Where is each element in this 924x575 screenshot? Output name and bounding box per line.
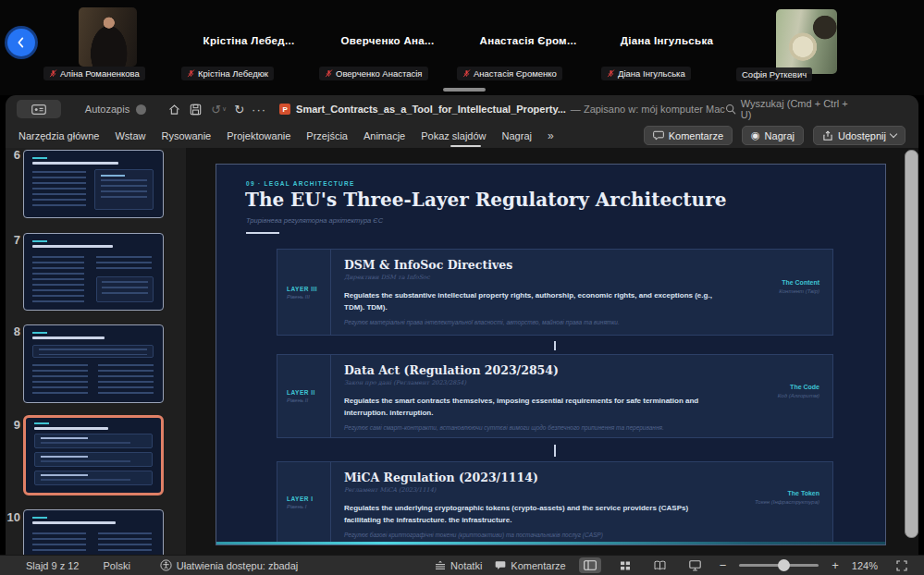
tab-nagraj[interactable]: Nagraj (502, 130, 532, 141)
slide-thumbnail-9-selected[interactable] (23, 415, 164, 495)
undo-dropdown-chevron-icon[interactable]: ∨ (222, 105, 227, 113)
accessibility-label: Ułatwienia dostępu: zbadaj (177, 560, 298, 571)
slide-thumbnail-8[interactable] (23, 324, 164, 403)
slide-thumbnail-10[interactable] (23, 509, 164, 555)
participant-name-label: Аліна Романенкова (43, 67, 145, 80)
status-bar: Slajd 9 z 12 Polski Ułatwienia dostępu: … (0, 555, 924, 575)
language-indicator[interactable]: Polski (103, 560, 129, 571)
view-slide-sorter-button[interactable] (614, 557, 636, 573)
powerpoint-doc-icon: P (279, 104, 290, 115)
muted-mic-icon (462, 69, 471, 78)
notes-label: Notatki (450, 560, 482, 571)
save-icon[interactable] (190, 104, 202, 116)
participant-name: Діана Інгульська (618, 68, 685, 79)
undo-icon[interactable]: ↺ (211, 104, 221, 116)
home-icon[interactable] (168, 104, 180, 116)
expand-icon (896, 560, 907, 571)
autosave-toggle[interactable] (136, 104, 146, 115)
comment-bubble-icon (653, 130, 664, 141)
strip-indicator (443, 88, 486, 92)
participant-video-feed (776, 9, 837, 74)
layer-label-column: LAYER II Рівень II (277, 355, 331, 437)
tab-animacje[interactable]: Animacje (363, 130, 405, 141)
record-button[interactable]: ◉ Nagraj (742, 126, 804, 145)
participant-name: Аліна Романенкова (60, 68, 140, 79)
vertical-scrollbar[interactable] (905, 150, 918, 538)
tab-overflow-chevron[interactable]: » (548, 129, 554, 142)
share-button[interactable]: Udostępnij (813, 126, 906, 145)
zoom-out-button[interactable]: − (720, 558, 727, 572)
card-body-uk: Регулює матеріальні права інтелектуально… (344, 319, 720, 325)
tab-narzedzia-glowne[interactable]: Narzędzia główne (18, 130, 99, 141)
layer-card-data-act: LAYER II Рівень II Data Act (Regulation … (277, 354, 833, 438)
window-mode-pill[interactable] (17, 100, 61, 118)
view-slideshow-button[interactable] (684, 557, 707, 573)
more-options-icon[interactable]: ··· (252, 104, 266, 116)
screen: Аліна Романенкова Крістіна Лебед... Кріс… (0, 0, 924, 575)
card-tag-uk: Код (Алгоритм) (778, 393, 819, 398)
presentation-icon (31, 104, 46, 115)
participant-name: Крістіна Лебедюк (198, 68, 268, 79)
thumbnail-number: 10 (6, 510, 20, 524)
slide-thumbnail-7[interactable] (23, 233, 164, 311)
card-tag-uk: Токен (Інфраструктура) (755, 499, 819, 505)
card-tag-column: The Content Контент (Твір) (729, 244, 832, 329)
editor-content-area: 6 7 8 (6, 148, 918, 555)
zoom-slider-handle[interactable] (778, 559, 790, 571)
tab-wstaw[interactable]: Wstaw (115, 130, 145, 141)
zoom-slider[interactable] (739, 564, 819, 567)
slide-thumbnail-6[interactable] (23, 150, 164, 218)
notes-icon (435, 560, 446, 570)
layer-connector (554, 341, 556, 350)
slide-counter: Slajd 9 z 12 (26, 560, 79, 571)
powerpoint-window: Autozapis ↺ ∨ ↻ ··· P Smart_Contracts_as… (6, 95, 918, 555)
participant-name: Анастасія Єроменко (474, 68, 557, 79)
tab-projektowanie[interactable]: Projektowanie (227, 130, 290, 141)
thumbnail-number: 8 (6, 324, 20, 338)
ribbon-tab-bar: Narzędzia główne Wstaw Rysowanie Projekt… (6, 123, 918, 148)
thumbnail-number: 9 (6, 418, 20, 432)
zoom-level[interactable]: 124% (852, 560, 878, 571)
fit-slide-button[interactable] (891, 557, 913, 573)
tab-przejscia[interactable]: Przejścia (306, 130, 348, 141)
participant-name-label: Анастасія Єроменко (457, 67, 562, 80)
muted-mic-icon (49, 69, 57, 78)
slideshow-icon (689, 560, 701, 571)
muted-mic-icon (187, 69, 195, 78)
slide-canvas[interactable]: 09 · LEGAL ARCHITECTURE The EU's Three-L… (216, 164, 886, 545)
layer-card-dsm-infosoc: LAYER III Рівень III DSM & InfoSoc Direc… (277, 249, 833, 336)
share-button-label: Udostępnij (838, 130, 886, 141)
comments-toggle[interactable]: Komentarze (495, 560, 565, 571)
comments-button[interactable]: Komentarze (644, 126, 733, 145)
participant-display-name: Оверченко Ана... (332, 35, 443, 46)
comments-button-label: Komentarze (669, 130, 723, 141)
muted-mic-icon (325, 69, 333, 78)
card-body-column: Data Act (Regulation 2023/2854) Закон пр… (331, 355, 729, 437)
view-normal-button[interactable] (579, 557, 601, 573)
document-title[interactable]: Smart_Contracts_as_a_Tool_for_Intellectu… (296, 104, 566, 115)
participant-name-label: Софія Руткевич (736, 67, 812, 81)
notes-toggle[interactable]: Notatki (435, 560, 482, 571)
layer-connector (554, 445, 556, 457)
layer-label: LAYER II (287, 389, 330, 396)
redo-icon[interactable]: ↻ (234, 104, 244, 116)
slide-title: The EU's Three-Layer Regulatory Architec… (245, 189, 726, 211)
slide-eyebrow: 09 · LEGAL ARCHITECTURE (246, 180, 355, 187)
ribbon-action-buttons: Komentarze ◉ Nagraj Udostępnij (644, 126, 906, 145)
layer-label-column: LAYER III Рівень III (277, 250, 331, 335)
view-reading-button[interactable] (649, 557, 671, 573)
back-button[interactable] (7, 29, 35, 56)
layer-label-uk: Рівень I (287, 504, 330, 509)
thumbnail-number: 6 (6, 148, 20, 162)
tab-pokaz-slajdow[interactable]: Pokaz slajdów (421, 130, 486, 141)
share-dropdown-chevron-icon (890, 130, 897, 138)
chevron-left-icon (14, 35, 29, 50)
title-bar: Autozapis ↺ ∨ ↻ ··· P Smart_Contracts_as… (6, 95, 918, 123)
search-input[interactable]: Wyszukaj (Cmd + Ctrl + U) (725, 98, 861, 120)
comment-bubble-icon (495, 560, 506, 570)
participant-name: Софія Руткевич (742, 69, 807, 80)
tab-rysowanie[interactable]: Rysowanie (161, 130, 211, 141)
zoom-in-button[interactable]: + (832, 558, 839, 572)
layer-label: LAYER III (287, 286, 330, 292)
accessibility-checker[interactable]: Ułatwienia dostępu: zbadaj (160, 559, 298, 571)
